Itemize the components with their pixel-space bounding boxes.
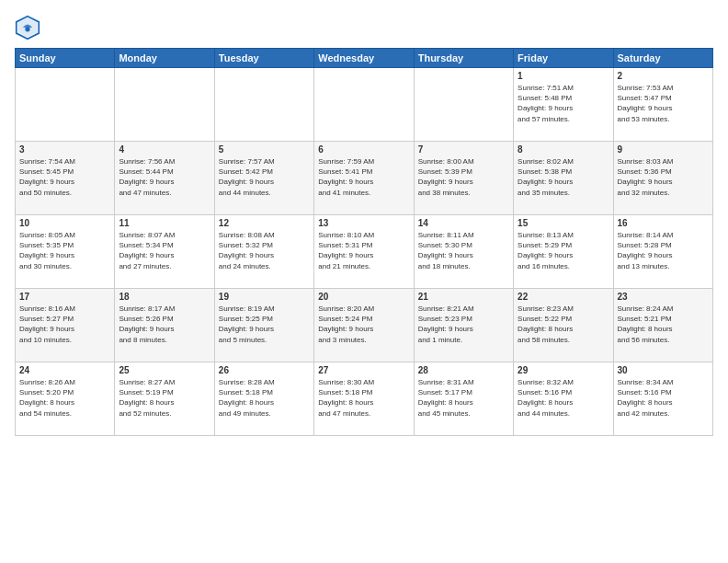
day-number: 13 (318, 218, 409, 228)
day-info: Sunrise: 8:07 AMSunset: 5:34 PMDaylight:… (119, 230, 210, 271)
weekday-header-monday: Monday (115, 49, 214, 68)
day-number: 21 (418, 292, 509, 302)
day-info: Sunrise: 8:05 AMSunset: 5:35 PMDaylight:… (19, 230, 110, 271)
day-number: 22 (518, 292, 609, 302)
calendar-cell (115, 68, 214, 142)
calendar-week-row: 24Sunrise: 8:26 AMSunset: 5:20 PMDayligh… (16, 362, 713, 436)
calendar-cell: 18Sunrise: 8:17 AMSunset: 5:26 PMDayligh… (115, 289, 214, 362)
calendar-cell: 21Sunrise: 8:21 AMSunset: 5:23 PMDayligh… (414, 289, 513, 362)
day-info: Sunrise: 8:19 AMSunset: 5:25 PMDaylight:… (219, 304, 310, 345)
day-info: Sunrise: 8:14 AMSunset: 5:28 PMDaylight:… (618, 230, 709, 271)
day-info: Sunrise: 8:21 AMSunset: 5:23 PMDaylight:… (418, 304, 509, 345)
day-info: Sunrise: 7:53 AMSunset: 5:47 PMDaylight:… (618, 83, 709, 124)
calendar-cell: 23Sunrise: 8:24 AMSunset: 5:21 PMDayligh… (613, 289, 712, 362)
day-info: Sunrise: 8:13 AMSunset: 5:29 PMDaylight:… (518, 230, 609, 271)
calendar-cell: 26Sunrise: 8:28 AMSunset: 5:18 PMDayligh… (214, 362, 313, 436)
day-info: Sunrise: 7:57 AMSunset: 5:42 PMDaylight:… (219, 156, 310, 198)
weekday-header-friday: Friday (514, 49, 613, 68)
calendar-cell (414, 68, 513, 142)
calendar-cell: 6Sunrise: 7:59 AMSunset: 5:41 PMDaylight… (314, 142, 414, 215)
day-info: Sunrise: 7:51 AMSunset: 5:48 PMDaylight:… (518, 83, 609, 124)
day-info: Sunrise: 8:28 AMSunset: 5:18 PMDaylight:… (219, 377, 310, 419)
calendar-week-row: 3Sunrise: 7:54 AMSunset: 5:45 PMDaylight… (16, 142, 713, 215)
calendar-cell (214, 68, 313, 142)
calendar-cell (16, 68, 115, 142)
weekday-header-tuesday: Tuesday (214, 49, 313, 68)
calendar-cell: 19Sunrise: 8:19 AMSunset: 5:25 PMDayligh… (214, 289, 313, 362)
day-number: 29 (518, 365, 609, 375)
day-info: Sunrise: 8:20 AMSunset: 5:24 PMDaylight:… (318, 304, 409, 345)
logo-icon (15, 15, 40, 40)
weekday-header-thursday: Thursday (414, 49, 513, 68)
day-info: Sunrise: 8:08 AMSunset: 5:32 PMDaylight:… (219, 230, 310, 271)
day-number: 2 (618, 71, 709, 81)
day-number: 17 (19, 292, 110, 302)
day-info: Sunrise: 8:32 AMSunset: 5:16 PMDaylight:… (518, 377, 609, 419)
day-info: Sunrise: 8:24 AMSunset: 5:21 PMDaylight:… (618, 304, 709, 345)
calendar-cell: 3Sunrise: 7:54 AMSunset: 5:45 PMDaylight… (16, 142, 115, 215)
day-number: 10 (19, 218, 110, 228)
calendar-cell: 30Sunrise: 8:34 AMSunset: 5:16 PMDayligh… (613, 362, 712, 436)
day-number: 20 (318, 292, 409, 302)
day-info: Sunrise: 8:16 AMSunset: 5:27 PMDaylight:… (19, 304, 110, 345)
day-number: 18 (119, 292, 210, 302)
calendar-cell: 20Sunrise: 8:20 AMSunset: 5:24 PMDayligh… (314, 289, 414, 362)
calendar-cell: 10Sunrise: 8:05 AMSunset: 5:35 PMDayligh… (16, 215, 115, 289)
calendar-cell: 14Sunrise: 8:11 AMSunset: 5:30 PMDayligh… (414, 215, 513, 289)
calendar-cell: 28Sunrise: 8:31 AMSunset: 5:17 PMDayligh… (414, 362, 513, 436)
day-number: 30 (618, 365, 709, 375)
day-number: 15 (518, 218, 609, 228)
day-number: 25 (119, 365, 210, 375)
day-number: 27 (318, 365, 409, 375)
day-number: 23 (618, 292, 709, 302)
calendar-cell: 11Sunrise: 8:07 AMSunset: 5:34 PMDayligh… (115, 215, 214, 289)
day-number: 26 (219, 365, 310, 375)
calendar-cell: 2Sunrise: 7:53 AMSunset: 5:47 PMDaylight… (613, 68, 712, 142)
day-info: Sunrise: 8:02 AMSunset: 5:38 PMDaylight:… (518, 156, 609, 198)
day-info: Sunrise: 7:56 AMSunset: 5:44 PMDaylight:… (119, 156, 210, 198)
day-number: 24 (19, 365, 110, 375)
day-number: 16 (618, 218, 709, 228)
calendar-cell: 9Sunrise: 8:03 AMSunset: 5:36 PMDaylight… (613, 142, 712, 215)
day-number: 11 (119, 218, 210, 228)
day-number: 8 (518, 144, 609, 155)
day-number: 14 (418, 218, 509, 228)
day-number: 3 (19, 144, 110, 155)
weekday-header-sunday: Sunday (16, 49, 115, 68)
calendar-cell: 25Sunrise: 8:27 AMSunset: 5:19 PMDayligh… (115, 362, 214, 436)
day-info: Sunrise: 8:31 AMSunset: 5:17 PMDaylight:… (418, 377, 509, 419)
day-number: 6 (318, 144, 409, 155)
day-number: 4 (119, 144, 210, 155)
calendar-cell: 7Sunrise: 8:00 AMSunset: 5:39 PMDaylight… (414, 142, 513, 215)
calendar-week-row: 10Sunrise: 8:05 AMSunset: 5:35 PMDayligh… (16, 215, 713, 289)
weekday-header-row: SundayMondayTuesdayWednesdayThursdayFrid… (16, 49, 713, 68)
day-number: 7 (418, 144, 509, 155)
calendar-week-row: 1Sunrise: 7:51 AMSunset: 5:48 PMDaylight… (16, 68, 713, 142)
calendar-table: SundayMondayTuesdayWednesdayThursdayFrid… (15, 48, 713, 436)
day-info: Sunrise: 8:34 AMSunset: 5:16 PMDaylight:… (618, 377, 709, 419)
day-info: Sunrise: 8:00 AMSunset: 5:39 PMDaylight:… (418, 156, 509, 198)
calendar-cell: 15Sunrise: 8:13 AMSunset: 5:29 PMDayligh… (514, 215, 613, 289)
calendar-week-row: 17Sunrise: 8:16 AMSunset: 5:27 PMDayligh… (16, 289, 713, 362)
weekday-header-wednesday: Wednesday (314, 49, 414, 68)
day-number: 19 (219, 292, 310, 302)
calendar-cell: 5Sunrise: 7:57 AMSunset: 5:42 PMDaylight… (214, 142, 313, 215)
day-number: 1 (518, 71, 609, 81)
day-number: 28 (418, 365, 509, 375)
day-info: Sunrise: 8:03 AMSunset: 5:36 PMDaylight:… (618, 156, 709, 198)
logo (15, 15, 44, 40)
day-number: 12 (219, 218, 310, 228)
day-info: Sunrise: 8:11 AMSunset: 5:30 PMDaylight:… (418, 230, 509, 271)
calendar-cell: 22Sunrise: 8:23 AMSunset: 5:22 PMDayligh… (514, 289, 613, 362)
svg-point-2 (25, 27, 29, 31)
day-info: Sunrise: 8:26 AMSunset: 5:20 PMDaylight:… (19, 377, 110, 419)
day-number: 5 (219, 144, 310, 155)
calendar-cell: 8Sunrise: 8:02 AMSunset: 5:38 PMDaylight… (514, 142, 613, 215)
page: SundayMondayTuesdayWednesdayThursdayFrid… (0, 0, 728, 563)
calendar-cell: 27Sunrise: 8:30 AMSunset: 5:18 PMDayligh… (314, 362, 414, 436)
day-info: Sunrise: 8:23 AMSunset: 5:22 PMDaylight:… (518, 304, 609, 345)
calendar-cell: 24Sunrise: 8:26 AMSunset: 5:20 PMDayligh… (16, 362, 115, 436)
day-info: Sunrise: 7:59 AMSunset: 5:41 PMDaylight:… (318, 156, 409, 198)
weekday-header-saturday: Saturday (613, 49, 712, 68)
calendar-cell: 13Sunrise: 8:10 AMSunset: 5:31 PMDayligh… (314, 215, 414, 289)
